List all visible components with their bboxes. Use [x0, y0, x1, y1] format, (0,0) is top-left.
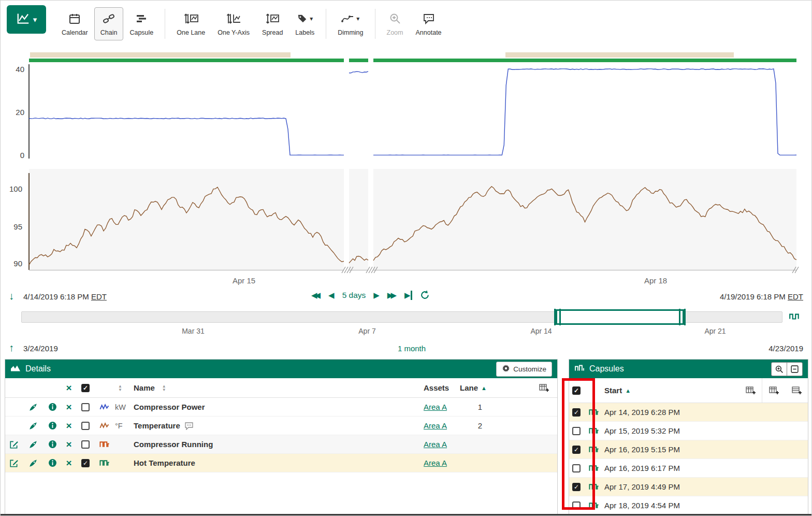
start-column-header[interactable]: Start: [604, 386, 622, 395]
info-icon[interactable]: [44, 403, 61, 411]
remove-icon[interactable]: ×: [61, 458, 77, 468]
capsule-button[interactable]: Capsule: [123, 7, 160, 40]
chevron-down-icon: ▾: [356, 15, 359, 22]
capsule-checkbox[interactable]: ✓: [572, 446, 581, 454]
display-range-end[interactable]: 4/19/2019 6:18 PM EDT: [720, 292, 803, 301]
capsule-row[interactable]: ✓Apr 16, 2019 5:15 PM: [569, 440, 808, 459]
capsule-label: Capsule: [129, 29, 153, 36]
refresh-icon[interactable]: [420, 290, 430, 300]
timezone-link[interactable]: EDT: [91, 292, 107, 301]
add-stat-column-icon[interactable]: [769, 386, 779, 395]
trend-chart-area[interactable]: 402001009590 Apr 15Apr 18: [1, 50, 812, 291]
timeline-tick-label: Mar 31: [172, 327, 214, 335]
toolbar-separator: [375, 9, 375, 39]
labels-button[interactable]: ▾Labels: [289, 7, 321, 40]
sort-name-control[interactable]: ▲▼: [162, 384, 166, 392]
row-checkbox[interactable]: ✓: [81, 459, 90, 467]
remove-icon[interactable]: ×: [61, 439, 77, 449]
timezone-link[interactable]: EDT: [788, 292, 803, 301]
capsule-checkbox[interactable]: ✓: [572, 483, 581, 491]
lane-column-header[interactable]: Lane: [460, 383, 478, 392]
capsule-row[interactable]: Apr 15, 2019 5:32 PM: [569, 422, 808, 440]
add-column-icon[interactable]: [539, 383, 549, 392]
add-column-icon[interactable]: [746, 386, 756, 395]
investigate-range-duration[interactable]: 1 month: [360, 344, 463, 353]
unit-label: kW: [115, 403, 134, 411]
details-row-hot-temperature[interactable]: ×✓Hot TemperatureArea A: [5, 454, 557, 472]
investigate-range-end[interactable]: 4/23/2019: [769, 344, 803, 353]
capsule-row[interactable]: Apr 18, 2019 4:54 PM: [569, 496, 808, 515]
rocket-icon[interactable]: [23, 403, 44, 412]
select-all-checkbox[interactable]: ✓: [81, 384, 90, 392]
chain-button[interactable]: Chain: [94, 7, 124, 40]
capsule-bar-green: [349, 59, 368, 62]
skip-to-end-button[interactable]: ▶: [404, 291, 413, 300]
fast-backward-button[interactable]: ◀◀: [311, 291, 321, 300]
asset-link[interactable]: Area A: [424, 403, 447, 411]
timeline-selection-window[interactable]: [556, 309, 684, 325]
edit-icon[interactable]: [5, 458, 23, 468]
lane2-ytick: 90: [2, 259, 22, 268]
row-checkbox[interactable]: [81, 403, 90, 411]
spread-button[interactable]: Spread: [256, 7, 289, 40]
capsule-checkbox[interactable]: [572, 427, 581, 435]
info-icon[interactable]: [44, 440, 61, 449]
fast-forward-button[interactable]: ▶▶: [387, 291, 397, 300]
capsule-row[interactable]: Apr 16, 2019 6:17 PM: [569, 459, 808, 478]
row-checkbox[interactable]: [81, 440, 90, 449]
row-checkbox[interactable]: [81, 422, 90, 430]
info-icon[interactable]: [44, 421, 61, 430]
chain-icon: [103, 12, 115, 25]
details-row-compressor-running[interactable]: ×Compressor RunningArea A: [5, 435, 557, 454]
one-y-axis-button[interactable]: One Y-Axis: [211, 7, 256, 40]
asset-link[interactable]: Area A: [424, 440, 447, 449]
name-column-header[interactable]: Name: [134, 383, 155, 392]
info-icon[interactable]: [44, 458, 61, 467]
worksheet-view-menu-button[interactable]: ▾: [7, 5, 46, 34]
capsule-checkbox[interactable]: [572, 464, 581, 472]
selection-left-handle[interactable]: [554, 309, 561, 325]
sort-type-control[interactable]: ▲▼: [118, 384, 122, 392]
details-row-temperature[interactable]: ×°FTemperatureArea A2: [5, 417, 557, 435]
capsule-row[interactable]: ✓Apr 14, 2019 6:28 PM: [569, 403, 808, 422]
collapse-panel-button[interactable]: [787, 362, 803, 376]
dimming-button[interactable]: ▾Dimming: [331, 7, 369, 40]
calendar-button[interactable]: Calendar: [55, 7, 94, 40]
duration-label[interactable]: 5 days: [342, 291, 366, 300]
edit-icon[interactable]: [5, 440, 23, 449]
display-range-start[interactable]: 4/14/2019 6:18 PM EDT: [23, 292, 107, 301]
rocket-icon[interactable]: [23, 458, 44, 468]
rocket-icon[interactable]: [23, 440, 44, 449]
item-name: Compressor Running: [134, 440, 213, 449]
capsule-row[interactable]: ✓Apr 17, 2019 4:49 PM: [569, 478, 808, 496]
step-forward-button[interactable]: ▶: [373, 291, 380, 300]
one-y-axis-label: One Y-Axis: [218, 29, 250, 36]
annotate-button[interactable]: Annotate: [410, 7, 448, 40]
customize-button[interactable]: Customize: [496, 362, 552, 377]
assets-column-header[interactable]: Assets: [424, 383, 449, 392]
zoom-to-capsules-button[interactable]: [771, 362, 787, 376]
remove-icon[interactable]: ×: [61, 421, 77, 431]
details-row-compressor-power[interactable]: ×kWCompressor PowerArea A1: [5, 398, 557, 417]
lane1-ytick: 0: [4, 151, 24, 160]
selection-right-handle[interactable]: [679, 309, 686, 325]
capsule-time-icon[interactable]: [789, 311, 800, 323]
rocket-icon[interactable]: [23, 421, 44, 431]
comment-icon[interactable]: [184, 422, 194, 430]
add-property-column-icon[interactable]: [792, 386, 802, 395]
details-panel: Details Customize × ✓ ▲▼ Name ▲▼ Assets …: [5, 359, 558, 514]
investigate-range-start[interactable]: 3/24/2019: [23, 344, 58, 353]
asset-link[interactable]: Area A: [424, 421, 447, 430]
asset-link[interactable]: Area A: [424, 458, 447, 467]
step-backward-button[interactable]: ◀: [328, 291, 335, 300]
one-lane-button[interactable]: One Lane: [170, 7, 211, 40]
capsule-checkbox[interactable]: [572, 501, 581, 510]
lane2-background: [349, 169, 368, 270]
trend-chart[interactable]: [1, 50, 812, 291]
one-y-axis-icon: [226, 12, 241, 25]
capsules-select-all-checkbox[interactable]: ✓: [572, 386, 581, 395]
remove-all-button[interactable]: ×: [66, 383, 71, 393]
item-name: Temperature: [134, 421, 180, 430]
capsule-checkbox[interactable]: ✓: [572, 408, 581, 417]
remove-icon[interactable]: ×: [61, 402, 77, 412]
